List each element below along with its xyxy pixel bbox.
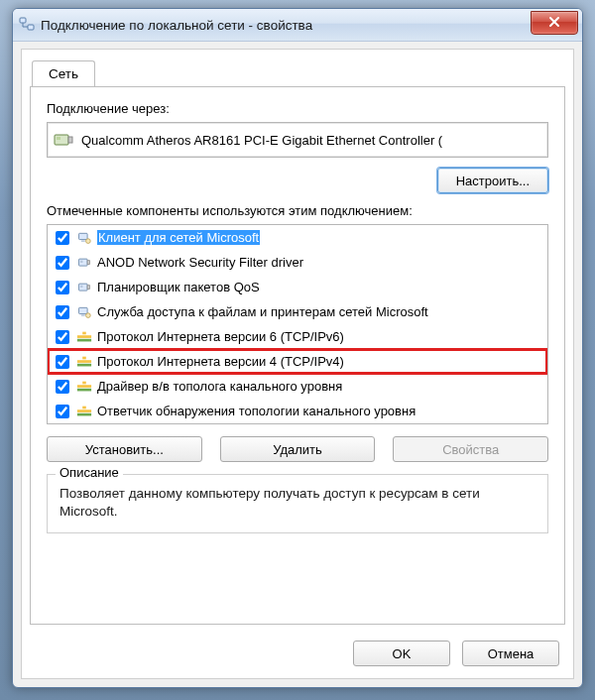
svg-rect-10 [87, 260, 89, 264]
component-checkbox[interactable] [56, 380, 69, 394]
component-label: Протокол Интернета версии 6 (TCP/IPv6) [97, 329, 344, 344]
window-title: Подключение по локальной сети - свойства [41, 18, 312, 33]
svg-rect-9 [80, 260, 82, 262]
svg-rect-28 [82, 406, 86, 408]
svg-rect-22 [82, 356, 86, 359]
component-checkbox[interactable] [56, 231, 69, 245]
svg-point-16 [86, 312, 91, 317]
client-area: Сеть Подключение через: Qualcomm Atheros… [21, 49, 574, 679]
component-label: Протокол Интернета версии 4 (TCP/IPv4) [97, 354, 344, 369]
proto-icon [75, 328, 93, 346]
description-legend: Описание [56, 465, 123, 480]
component-checkbox[interactable] [56, 305, 69, 319]
client-icon [75, 303, 93, 321]
svg-rect-0 [20, 18, 26, 23]
svg-rect-11 [79, 284, 88, 291]
network-icon [19, 17, 35, 33]
titlebar[interactable]: Подключение по локальной сети - свойства [13, 9, 582, 42]
svg-rect-3 [57, 137, 60, 140]
component-checkbox[interactable] [56, 405, 69, 418]
svg-rect-23 [77, 388, 91, 391]
svg-rect-14 [79, 307, 88, 313]
component-item[interactable]: Протокол Интернета версии 6 (TCP/IPv6) [48, 324, 547, 349]
proto-icon [75, 353, 93, 371]
component-item[interactable]: Клиент для сетей Microsoft [48, 225, 547, 250]
adapter-icon [54, 131, 73, 149]
svg-rect-24 [77, 385, 91, 388]
component-checkbox[interactable] [56, 281, 69, 294]
component-item[interactable]: Ответчик обнаружения топологии канальног… [48, 399, 547, 423]
svg-rect-25 [82, 381, 86, 384]
component-checkbox[interactable] [56, 355, 69, 369]
ok-button[interactable]: OK [353, 641, 450, 666]
component-item[interactable]: Драйвер в/в тополога канального уровня [48, 374, 547, 399]
description-text: Позволяет данному компьютеру получать до… [60, 485, 536, 521]
svg-rect-5 [79, 233, 88, 239]
cancel-button[interactable]: Отмена [462, 641, 559, 666]
components-listbox[interactable]: Клиент для сетей MicrosoftANOD Network S… [47, 224, 548, 424]
proto-icon [75, 378, 93, 396]
svg-rect-6 [81, 240, 85, 242]
properties-button[interactable]: Свойства [393, 436, 548, 462]
description-group: Описание Позволяет данному компьютеру по… [47, 474, 548, 533]
components-label: Отмеченные компоненты используются этим … [47, 203, 548, 218]
uninstall-button[interactable]: Удалить [220, 436, 376, 462]
svg-rect-27 [77, 409, 91, 412]
svg-rect-4 [68, 137, 72, 143]
component-label: Клиент для сетей Microsoft [97, 230, 260, 245]
component-item[interactable]: ANOD Network Security Filter driver [48, 250, 547, 275]
component-item[interactable]: Планировщик пакетов QoS [48, 275, 547, 299]
component-label: Планировщик пакетов QoS [97, 280, 260, 294]
component-label: Служба доступа к файлам и принтерам сете… [97, 304, 428, 319]
properties-dialog: Подключение по локальной сети - свойства… [12, 8, 583, 688]
svg-rect-15 [81, 314, 85, 316]
svg-rect-20 [77, 363, 91, 366]
configure-button[interactable]: Настроить... [437, 168, 548, 193]
svg-rect-8 [79, 259, 88, 266]
component-label: Драйвер в/в тополога канального уровня [97, 379, 342, 394]
tab-panel-network: Подключение через: Qualcomm Atheros AR81… [30, 86, 565, 625]
component-label: ANOD Network Security Filter driver [97, 255, 303, 270]
tab-network[interactable]: Сеть [32, 60, 95, 86]
component-checkbox[interactable] [56, 330, 69, 344]
tab-strip: Сеть [32, 59, 95, 85]
svg-rect-17 [77, 338, 91, 341]
component-checkbox[interactable] [56, 256, 69, 270]
svg-rect-1 [28, 25, 34, 30]
svg-rect-21 [77, 360, 91, 363]
client-icon [75, 229, 93, 247]
svg-rect-12 [80, 285, 82, 287]
component-item[interactable]: Служба доступа к файлам и принтерам сете… [48, 299, 547, 324]
nic-icon [75, 279, 93, 296]
svg-rect-18 [77, 335, 91, 338]
svg-point-7 [86, 238, 91, 243]
component-item[interactable]: Протокол Интернета версии 4 (TCP/IPv4) [48, 349, 547, 374]
adapter-name: Qualcomm Atheros AR8161 PCI-E Gigabit Et… [81, 133, 442, 148]
svg-rect-26 [77, 412, 91, 415]
component-label: Ответчик обнаружения топологии канальног… [97, 404, 416, 418]
connect-using-label: Подключение через: [47, 101, 548, 116]
proto-icon [75, 403, 93, 420]
adapter-box[interactable]: Qualcomm Atheros AR8161 PCI-E Gigabit Et… [47, 122, 548, 158]
close-button[interactable] [531, 11, 578, 35]
svg-rect-13 [87, 285, 89, 289]
close-icon [548, 16, 560, 31]
svg-rect-19 [82, 331, 86, 334]
nic-icon [75, 254, 93, 272]
install-button[interactable]: Установить... [47, 436, 202, 462]
